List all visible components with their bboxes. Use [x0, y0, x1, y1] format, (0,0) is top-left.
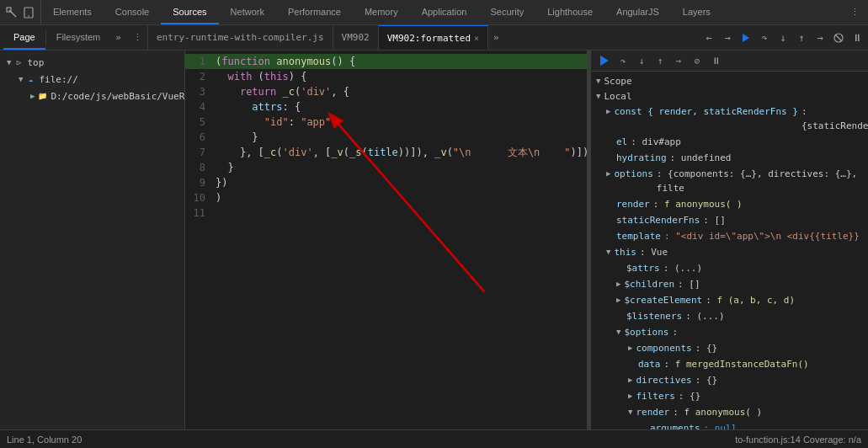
chevron-right[interactable]: » — [110, 25, 126, 50]
tab-layers[interactable]: Layers — [671, 0, 722, 24]
scope-row[interactable]: arguments : null — [591, 420, 868, 429]
inspect-icon[interactable] — [5, 6, 19, 19]
tab-filesystem[interactable]: Filesystem — [46, 25, 111, 50]
scope-key: filters — [636, 389, 674, 403]
scope-row[interactable]: ▼ render : f anonymous( ) — [591, 404, 868, 420]
pause-icon[interactable] — [738, 30, 754, 45]
prev-location-icon[interactable]: ← — [701, 30, 716, 45]
scope-row[interactable]: staticRenderFns : [] — [591, 212, 868, 228]
file-toolbar: Page Filesystem » ⋮ entry-runtime-with-c… — [0, 25, 868, 51]
tree-item-file[interactable]: ▼ ☁ file:// — [0, 71, 184, 88]
deactivate-icon[interactable] — [831, 30, 846, 45]
scope-row[interactable]: ▼ this : Vue — [591, 244, 868, 260]
scope-row[interactable]: ▶ $children : [] — [591, 276, 868, 292]
scope-row[interactable]: ▶ const { render, staticRenderFns } : {s… — [591, 104, 868, 134]
file-tabs-row: entry-runtime-with-compiler.js VM902 VM9… — [147, 25, 868, 50]
step-into-btn[interactable]: ↓ — [635, 54, 648, 67]
scope-key: render — [616, 197, 650, 211]
coverage-info: to-function.js:14 Coverage: n/a — [735, 435, 861, 445]
scope-val: : [] — [678, 277, 700, 291]
scope-key: const { render, staticRenderFns } — [614, 104, 798, 119]
step-out-btn[interactable]: ↑ — [653, 54, 667, 67]
folder-icon: ▷ — [13, 56, 24, 68]
scope-row[interactable]: data : f mergedInstanceDataFn() — [591, 356, 868, 372]
next-location-icon[interactable]: → — [720, 30, 735, 45]
file-tab-vm902-formatted[interactable]: VM902:formatted × — [379, 25, 488, 50]
step-over-btn[interactable]: ↷ — [616, 54, 630, 67]
scope-row[interactable]: ▶ components : {} — [591, 340, 868, 356]
row-arrow: ▼ — [616, 325, 620, 339]
code-view[interactable]: 1 (function anonymous() { 2 with (this) … — [185, 51, 587, 429]
scope-val: : — [672, 325, 678, 339]
scope-row[interactable]: ▶ options : {components: {…}, directives… — [591, 166, 868, 196]
step-btn[interactable]: → — [672, 54, 685, 67]
scope-row[interactable]: ▶ directives : {} — [591, 372, 868, 388]
line-content: ) — [216, 190, 587, 205]
scope-row[interactable]: $listeners : (...) — [591, 308, 868, 324]
svg-line-1 — [9, 10, 16, 17]
scope-val: : undefined — [670, 151, 732, 165]
scope-val: : (...) — [685, 309, 724, 323]
step-into-icon[interactable]: ↓ — [775, 30, 791, 45]
file-tab-vm902[interactable]: VM902 — [333, 25, 379, 50]
code-line-2: 2 with (this) { — [185, 69, 587, 84]
scope-key: el — [616, 135, 627, 149]
file-tab-close[interactable]: × — [474, 34, 479, 43]
step-out-icon[interactable]: ↑ — [794, 30, 809, 45]
scope-val: : {components: {…}, directives: {…}, fil… — [657, 167, 863, 195]
scope-row[interactable]: ▼ $options : — [591, 324, 868, 340]
scope-key: options — [614, 167, 652, 181]
tree-item-top[interactable]: ▼ ▷ top — [0, 54, 184, 71]
tab-angularjs[interactable]: AngularJS — [604, 0, 671, 24]
line-content: }) — [216, 175, 587, 190]
scope-val: : div#app — [631, 135, 681, 149]
scope-row[interactable]: $attrs : (...) — [591, 260, 868, 276]
local-header[interactable]: ▼ Local — [591, 88, 868, 104]
step-over-icon[interactable]: ↷ — [757, 30, 772, 45]
scope-row[interactable]: hydrating : undefined — [591, 150, 868, 166]
tree-label: D:/code/js/webBasic/VueResou... — [51, 91, 184, 102]
tab-console[interactable]: Console — [104, 0, 161, 24]
tab-sources[interactable]: Sources — [161, 0, 218, 24]
pause-exception-btn[interactable]: ⏸ — [709, 54, 722, 67]
pause-on-exception-icon[interactable]: ⏸ — [849, 30, 865, 45]
step-icon[interactable]: → — [812, 30, 828, 45]
scope-key: arguments — [650, 421, 700, 429]
scope-key: hydrating — [616, 151, 667, 165]
row-arrow: ▶ — [606, 104, 610, 119]
tab-page[interactable]: Page — [3, 25, 45, 50]
line-content: "id": "app" — [216, 115, 587, 130]
code-line-11: 11 — [185, 205, 587, 221]
tab-elements[interactable]: Elements — [41, 0, 104, 24]
scope-header[interactable]: ▼ Scope — [591, 73, 868, 88]
scope-row[interactable]: el : div#app — [591, 134, 868, 150]
row-arrow: ▶ — [616, 277, 620, 291]
row-arrow: ▶ — [606, 167, 610, 181]
three-dot-menu[interactable]: ⋮ — [128, 32, 147, 43]
tab-memory[interactable]: Memory — [353, 0, 410, 24]
line-content — [216, 205, 587, 221]
scope-row[interactable]: ▶ filters : {} — [591, 388, 868, 404]
file-tab-actions: ← → ↷ ↓ ↑ → ⏸ — [701, 25, 868, 50]
tree-item-folder[interactable]: ▶ 📁 D:/code/js/webBasic/VueResou... — [0, 88, 184, 104]
mobile-icon[interactable] — [22, 6, 35, 19]
scope-val: : {} — [695, 341, 718, 355]
tab-application[interactable]: Application — [410, 0, 479, 24]
tab-lighthouse[interactable]: Lighthouse — [535, 0, 604, 24]
scope-row[interactable]: ▶ $createElement : f (a, b, c, d) — [591, 292, 868, 308]
tab-security[interactable]: Security — [478, 0, 535, 24]
scope-row[interactable]: template : "<div id=\"app\">\n <div{{tit… — [591, 228, 868, 244]
file-tab-entry[interactable]: entry-runtime-with-compiler.js — [148, 25, 333, 50]
status-right: to-function.js:14 Coverage: n/a — [735, 435, 861, 445]
tab-performance[interactable]: Performance — [276, 0, 353, 24]
more-tabs[interactable]: » — [488, 25, 504, 50]
scope-row[interactable]: render : f anonymous( ) — [591, 196, 868, 212]
tab-network[interactable]: Network — [219, 0, 276, 24]
resume-icon[interactable] — [598, 54, 611, 67]
deactivate-btn[interactable]: ⊘ — [690, 54, 704, 67]
scope-key: data — [638, 357, 661, 371]
settings-icon[interactable]: ⋮ — [848, 6, 861, 19]
code-line-6: 6 } — [185, 130, 587, 145]
cursor-position: Line 1, Column 20 — [7, 435, 82, 445]
scope-val: : "<div id=\"app\">\n <div{{title}} — [664, 229, 860, 243]
